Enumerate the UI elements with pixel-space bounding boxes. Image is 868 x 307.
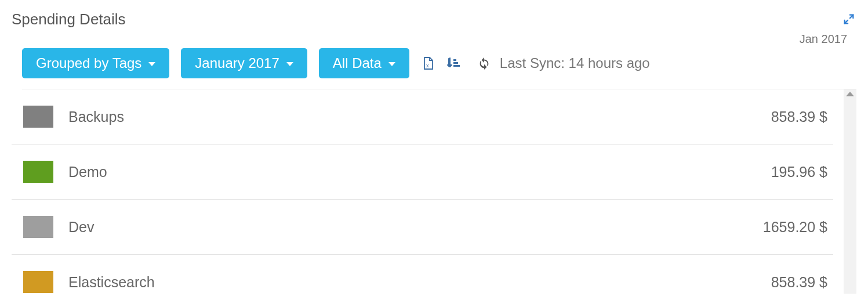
spending-list-container: Backups 858.39 $ Demo 195.96 $ Dev 1659.… [12, 89, 856, 294]
list-item-label: Elasticsearch [68, 274, 771, 291]
list-item-amount: 195.96 $ [771, 164, 827, 180]
color-swatch [23, 161, 53, 183]
group-by-label: Grouped by Tags [36, 56, 141, 70]
list-item[interactable]: Backups 858.39 $ [12, 89, 833, 145]
color-swatch [23, 271, 53, 293]
list-item[interactable]: Elasticsearch 858.39 $ [12, 255, 833, 307]
list-item[interactable]: Dev 1659.20 $ [12, 200, 833, 255]
list-item[interactable]: Demo 195.96 $ [12, 145, 833, 200]
list-item-amount: 858.39 $ [771, 109, 827, 125]
spending-details-panel: Spending Details Jan 2017 Grouped by Tag… [0, 0, 868, 307]
color-swatch [23, 106, 53, 128]
caret-down-icon [286, 62, 293, 66]
scroll-up-icon [846, 92, 854, 96]
svg-text:x: x [426, 63, 429, 68]
export-excel-icon[interactable]: x [421, 56, 435, 70]
list-item-amount: 858.39 $ [771, 274, 827, 291]
period-dropdown[interactable]: January 2017 [181, 48, 307, 78]
list-item-label: Dev [68, 219, 763, 236]
refresh-icon[interactable] [478, 57, 491, 70]
svg-rect-5 [453, 65, 460, 67]
sort-icon[interactable] [446, 56, 460, 70]
data-filter-dropdown[interactable]: All Data [319, 48, 409, 78]
expand-icon[interactable] [842, 13, 855, 26]
group-by-dropdown[interactable]: Grouped by Tags [22, 48, 169, 78]
caret-down-icon [148, 62, 155, 66]
period-label: Jan 2017 [800, 32, 847, 46]
list-item-label: Backups [68, 109, 771, 125]
svg-rect-3 [453, 59, 456, 61]
scrollbar[interactable] [844, 89, 856, 294]
svg-rect-4 [453, 62, 458, 64]
data-filter-label: All Data [333, 56, 382, 70]
list-item-label: Demo [68, 164, 771, 180]
spending-list: Backups 858.39 $ Demo 195.96 $ Dev 1659.… [12, 89, 856, 307]
period-dropdown-label: January 2017 [195, 56, 279, 70]
list-item-amount: 1659.20 $ [763, 219, 827, 236]
toolbar: Grouped by Tags January 2017 All Data x [22, 48, 856, 89]
panel-title: Spending Details [12, 10, 856, 28]
caret-down-icon [388, 62, 395, 66]
color-swatch [23, 216, 53, 238]
last-sync-text: Last Sync: 14 hours ago [500, 55, 650, 71]
